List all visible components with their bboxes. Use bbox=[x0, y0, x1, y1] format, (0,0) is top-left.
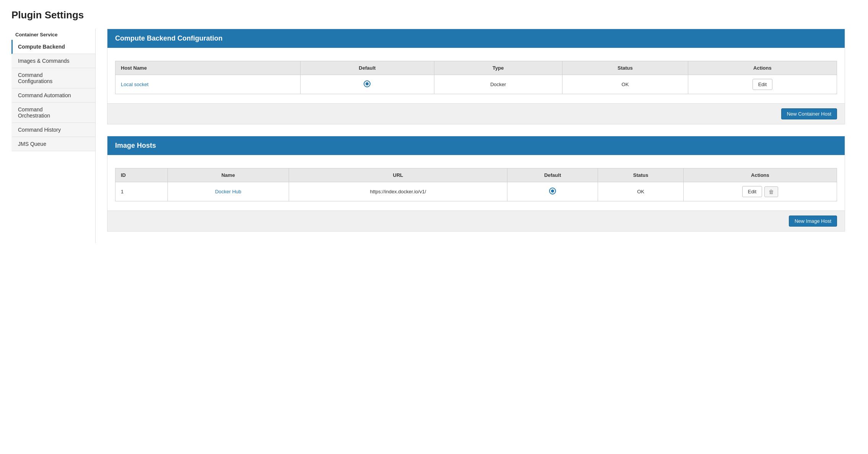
sidebar-item-command-history[interactable]: Command History bbox=[11, 123, 95, 137]
sidebar-item-command-orchestration[interactable]: CommandOrchestration bbox=[11, 103, 95, 123]
sidebar-item-compute-backend[interactable]: Compute Backend bbox=[11, 40, 95, 54]
new-container-host-button[interactable]: New Container Host bbox=[781, 108, 837, 119]
image-hosts-table: ID Name URL Default Status Actions 1 bbox=[115, 168, 837, 201]
col-status: Status bbox=[562, 61, 688, 75]
image-hosts-panel: Image Hosts ID Name URL Default Status A… bbox=[107, 136, 845, 232]
layout: Container Service Compute Backend Images… bbox=[11, 29, 857, 243]
col-name: Name bbox=[167, 168, 289, 182]
edit-button[interactable]: Edit bbox=[753, 79, 772, 90]
compute-backend-panel-footer: New Container Host bbox=[107, 103, 845, 124]
actions-img-cell: Edit 🗑 bbox=[683, 182, 837, 201]
host-name-cell: Local socket bbox=[115, 75, 301, 94]
compute-backend-panel-header: Compute Backend Configuration bbox=[107, 29, 845, 48]
id-cell: 1 bbox=[115, 182, 168, 201]
default-cell bbox=[301, 75, 434, 94]
actions-cell: Edit bbox=[688, 75, 837, 94]
page: Plugin Settings Container Service Comput… bbox=[0, 0, 868, 252]
table-row: 1 Docker Hub https://index.docker.io/v1/… bbox=[115, 182, 837, 201]
col-actions: Actions bbox=[688, 61, 837, 75]
main-content: Compute Backend Configuration Host Name … bbox=[96, 29, 857, 243]
table-row: Local socket Docker OK Edit bbox=[115, 75, 837, 94]
col-default-img: Default bbox=[507, 168, 598, 182]
default-img-radio bbox=[549, 188, 556, 194]
sidebar-item-jms-queue[interactable]: JMS Queue bbox=[11, 137, 95, 151]
actions-container: Edit bbox=[694, 79, 831, 90]
compute-backend-panel: Compute Backend Configuration Host Name … bbox=[107, 29, 845, 124]
col-id: ID bbox=[115, 168, 168, 182]
image-hosts-panel-footer: New Image Host bbox=[107, 211, 845, 231]
status-img-cell: OK bbox=[598, 182, 683, 201]
col-status-img: Status bbox=[598, 168, 683, 182]
url-cell: https://index.docker.io/v1/ bbox=[289, 182, 507, 201]
name-cell: Docker Hub bbox=[167, 182, 289, 201]
status-cell: OK bbox=[562, 75, 688, 94]
sidebar-section-label: Container Service bbox=[11, 29, 95, 40]
default-img-cell bbox=[507, 182, 598, 201]
docker-hub-link[interactable]: Docker Hub bbox=[215, 189, 241, 194]
col-actions-img: Actions bbox=[683, 168, 837, 182]
default-radio bbox=[364, 80, 371, 87]
compute-backend-panel-body: Host Name Default Type Status Actions Lo… bbox=[107, 48, 845, 103]
trash-icon: 🗑 bbox=[769, 189, 774, 195]
page-title: Plugin Settings bbox=[11, 9, 857, 21]
sidebar-item-images-commands[interactable]: Images & Commands bbox=[11, 54, 95, 68]
image-hosts-panel-body: ID Name URL Default Status Actions 1 bbox=[107, 155, 845, 211]
col-url: URL bbox=[289, 168, 507, 182]
local-socket-link[interactable]: Local socket bbox=[121, 82, 148, 87]
sidebar: Container Service Compute Backend Images… bbox=[11, 29, 96, 243]
col-type: Type bbox=[434, 61, 562, 75]
col-host-name: Host Name bbox=[115, 61, 301, 75]
type-cell: Docker bbox=[434, 75, 562, 94]
sidebar-item-command-configurations[interactable]: CommandConfigurations bbox=[11, 68, 95, 88]
new-image-host-button[interactable]: New Image Host bbox=[789, 216, 837, 227]
edit-image-host-button[interactable]: Edit bbox=[742, 186, 762, 197]
delete-image-host-button[interactable]: 🗑 bbox=[764, 186, 778, 197]
image-hosts-panel-header: Image Hosts bbox=[107, 136, 845, 155]
sidebar-item-command-automation[interactable]: Command Automation bbox=[11, 88, 95, 103]
compute-backend-table: Host Name Default Type Status Actions Lo… bbox=[115, 61, 837, 94]
col-default: Default bbox=[301, 61, 434, 75]
actions-img-container: Edit 🗑 bbox=[689, 186, 831, 197]
